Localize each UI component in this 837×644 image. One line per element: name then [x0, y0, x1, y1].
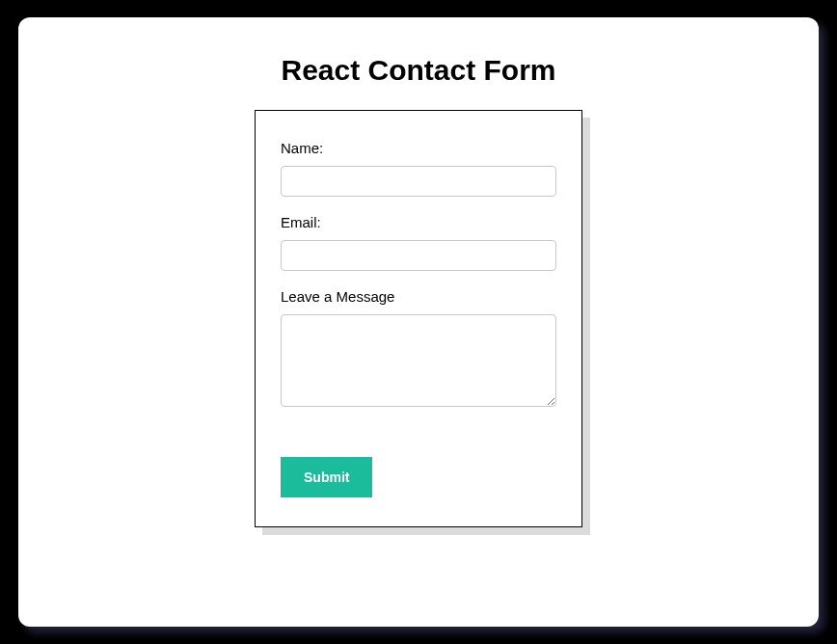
app-window: React Contact Form Name: Email: Leave a … — [18, 17, 819, 627]
name-label: Name: — [281, 140, 556, 156]
message-group: Leave a Message — [281, 288, 556, 411]
email-group: Email: — [281, 214, 556, 271]
name-input[interactable] — [281, 166, 556, 197]
message-label: Leave a Message — [281, 288, 556, 305]
name-group: Name: — [281, 140, 556, 197]
contact-form: Name: Email: Leave a Message Submit — [255, 110, 582, 527]
message-textarea[interactable] — [281, 314, 556, 407]
email-label: Email: — [281, 214, 556, 230]
email-input[interactable] — [281, 240, 556, 271]
page-title: React Contact Form — [18, 54, 819, 87]
submit-button[interactable]: Submit — [281, 457, 372, 497]
